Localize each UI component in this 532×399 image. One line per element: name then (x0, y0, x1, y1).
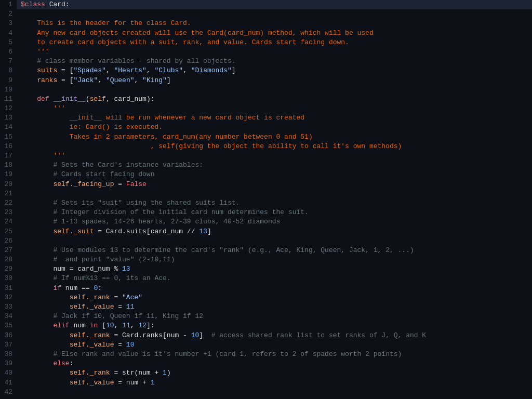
line-number: 18 (0, 161, 17, 170)
code-line: 31 if num == 0: (0, 284, 532, 293)
line-content: # Sets its "suit" using the shared suits… (17, 198, 532, 208)
code-line: 40 self._rank = str(num + 1) (0, 368, 532, 378)
line-number: 32 (0, 293, 17, 302)
line-number: 33 (0, 302, 17, 312)
line-content: # Else rank and value is it's number +1 … (17, 350, 532, 359)
line-number: 23 (0, 208, 17, 217)
line-content (17, 189, 532, 198)
code-line: 36 self._rank = Card.ranks[num - 10] # a… (0, 331, 532, 340)
line-content: self._rank = str(num + 1) (17, 368, 532, 378)
code-line: 7 # class member variables - shared by a… (0, 57, 532, 66)
line-number: 14 (0, 123, 17, 132)
line-content: # Sets the Card's instance variables: (17, 161, 532, 170)
line-number: 40 (0, 368, 17, 378)
line-content: # Integer division of the initial card n… (17, 208, 532, 217)
line-number: 8 (0, 66, 17, 75)
line-number: 20 (0, 180, 17, 189)
line-number: 37 (0, 340, 17, 350)
code-line: 34 # Jack if 10, Queen if 11, King if 12 (0, 312, 532, 321)
line-content: Any new card objects created will use th… (17, 29, 532, 38)
line-content: # If num%13 == 0, its an Ace. (17, 274, 532, 283)
line-number: 24 (0, 217, 17, 227)
line-number: 10 (0, 85, 17, 95)
line-number: 35 (0, 321, 17, 330)
code-line: 3 This is the header for the class Card. (0, 19, 532, 28)
code-line: 1$class Card: (0, 0, 532, 9)
line-content: self._value = 11 (17, 302, 532, 312)
line-content: ranks = ["Jack", "Queen", "King"] (17, 76, 532, 85)
line-content: elif num in [10, 11, 12]: (17, 321, 532, 330)
line-content: to create card objects with a suit, rank… (17, 38, 532, 47)
line-number: 22 (0, 198, 17, 208)
code-editor: 1$class Card:2 3 This is the header for … (0, 0, 532, 399)
code-line: 22 # Sets its "suit" using the shared su… (0, 198, 532, 208)
line-number: 7 (0, 57, 17, 66)
line-content: self._value = num + 1 (17, 378, 532, 388)
code-line: 42 (0, 388, 532, 397)
line-content: # Use modules 13 to determine the card's… (17, 246, 532, 255)
line-content (17, 388, 532, 397)
line-number: 26 (0, 236, 17, 246)
code-line: 29 num = card_num % 13 (0, 264, 532, 274)
line-number: 9 (0, 76, 17, 85)
line-content (17, 9, 532, 19)
line-number: 39 (0, 359, 17, 368)
line-number: 15 (0, 132, 17, 142)
code-line: 9 ranks = ["Jack", "Queen", "King"] (0, 76, 532, 85)
line-number: 27 (0, 246, 17, 255)
line-content: Takes in 2 parameters, card_num(any numb… (17, 132, 532, 142)
line-content: else: (17, 359, 532, 368)
code-line: 17 ''' (0, 151, 532, 161)
line-number: 29 (0, 264, 17, 274)
line-number: 5 (0, 38, 17, 47)
line-content: self._facing_up = False (17, 180, 532, 189)
code-line: 41 self._value = num + 1 (0, 378, 532, 388)
code-line: 12 ''' (0, 104, 532, 113)
code-line: 11 def __init__(self, card_num): (0, 95, 532, 104)
line-content: self._suit = Card.suits[card_num // 13] (17, 227, 532, 236)
line-content: $class Card: (17, 0, 532, 9)
line-content (17, 236, 532, 246)
code-line: 32 self._rank = "Ace" (0, 293, 532, 302)
line-number: 21 (0, 189, 17, 198)
line-number: 11 (0, 95, 17, 104)
line-content: self._rank = Card.ranks[num - 10] # acce… (17, 331, 532, 340)
line-content: # Jack if 10, Queen if 11, King if 12 (17, 312, 532, 321)
line-number: 3 (0, 19, 17, 28)
code-line: 20 self._facing_up = False (0, 180, 532, 189)
code-line: 30 # If num%13 == 0, its an Ace. (0, 274, 532, 283)
code-line: 15 Takes in 2 parameters, card_num(any n… (0, 132, 532, 142)
line-number: 25 (0, 227, 17, 236)
line-number: 28 (0, 255, 17, 264)
code-area: 1$class Card:2 3 This is the header for … (0, 0, 532, 399)
code-line: 38 # Else rank and value is it's number … (0, 350, 532, 359)
code-line: 21 (0, 189, 532, 198)
line-content: ''' (17, 104, 532, 113)
line-content: # and point "value" (2-10,11) (17, 255, 532, 264)
line-number: 13 (0, 113, 17, 123)
code-line: 6 ''' (0, 47, 532, 57)
line-content: # Cards start facing down (17, 170, 532, 179)
line-content: if num == 0: (17, 284, 532, 293)
line-content: self._rank = "Ace" (17, 293, 532, 302)
code-line: 2 (0, 9, 532, 19)
line-content: __init__ will be run whenever a new card… (17, 113, 532, 123)
line-content: self._value = 10 (17, 340, 532, 350)
line-content: ''' (17, 47, 532, 57)
code-line: 25 self._suit = Card.suits[card_num // 1… (0, 227, 532, 236)
code-line: 16 , self(giving the object the ability … (0, 142, 532, 151)
line-number: 31 (0, 284, 17, 293)
code-line: 23 # Integer division of the initial car… (0, 208, 532, 217)
line-number: 36 (0, 331, 17, 340)
line-number: 38 (0, 350, 17, 359)
line-number: 6 (0, 47, 17, 57)
code-line: 28 # and point "value" (2-10,11) (0, 255, 532, 264)
code-line: 37 self._value = 10 (0, 340, 532, 350)
line-number: 1 (0, 0, 17, 9)
line-number: 34 (0, 312, 17, 321)
line-content: # class member variables - shared by all… (17, 57, 532, 66)
code-line: 8 suits = ["Spades", "Hearts", "Clubs", … (0, 66, 532, 75)
code-line: 27 # Use modules 13 to determine the car… (0, 246, 532, 255)
line-content: suits = ["Spades", "Hearts", "Clubs", "D… (17, 66, 532, 75)
line-number: 19 (0, 170, 17, 179)
